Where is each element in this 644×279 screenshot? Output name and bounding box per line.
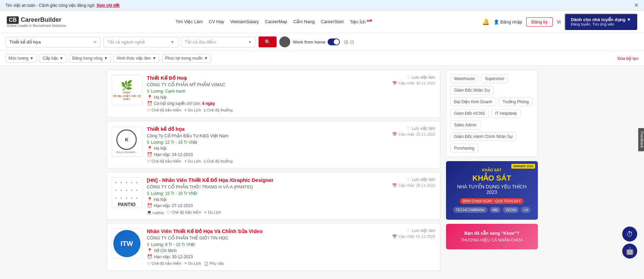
save-job-button[interactable]: ♡ Lưu việc làm [407, 126, 435, 131]
salary-icon: $ [147, 191, 149, 196]
job-meta: $ Lương: 12 Tr - 16 Tr VNĐ 📍 Hà Nội ⏰ Hạ… [147, 140, 380, 157]
sidebar-tag[interactable]: Giám Đốc Hành Chính Nhân Sự [450, 132, 516, 141]
warning-link[interactable]: Xem chi tiết [97, 3, 120, 8]
ad-cta[interactable]: BÌNH CHỌN NGAY - QUÀ TRẦN ĐẦY [460, 198, 524, 204]
calendar-icon: 📅 [392, 183, 397, 188]
sidebar-tag[interactable]: Giám Đốc HCNS [450, 109, 489, 118]
chat-icon[interactable]: 🤖 [622, 244, 637, 259]
job-title[interactable]: [HN] - Nhân Viên Thiết Kế Đồ Họa /Graphi… [147, 177, 274, 183]
job-card: ITW Nhân Viên Thiết Kế Đồ Họa Và Chỉnh S… [106, 223, 441, 271]
grid-view-icon[interactable]: ⊟ [350, 39, 354, 45]
type-chevron-icon: ▼ [152, 56, 156, 61]
clock-icon: ⏰ [147, 254, 152, 259]
job-search-input[interactable]: Thiết kế đồ họa ✕ [5, 37, 101, 47]
list-view-icon[interactable]: ⊞ [344, 39, 348, 45]
sidebar-tag[interactable]: Đại Diện Kinh Doanh [450, 97, 496, 106]
logo-area[interactable]: CB CareerBuilder Global Leader in Recrui… [7, 16, 66, 28]
job-meta: $ Lương: 15 Tr - 18 Tr VNĐ 📍 Hà Nội ⏰ Hạ… [147, 191, 380, 208]
location-icon: 📍 [147, 248, 152, 253]
job-card: KKey is Goodwill... Thiết kế đồ họa Công… [106, 121, 441, 169]
deadline-meta: ⏰ Hạn nộp: 27-12-2023 [147, 203, 380, 208]
wfh-toggle-switch[interactable] [328, 38, 340, 45]
salary-filter[interactable]: Mức lương ▼ [5, 54, 37, 63]
sidebar-tag[interactable]: Trưởng Phòng [499, 97, 532, 106]
save-job-button[interactable]: ♡ Lưu việc làm [407, 75, 435, 80]
salary-icon: $ [147, 140, 149, 145]
nav-vietnam-salary[interactable]: VietnamSalary [230, 19, 259, 24]
sidebar-tag[interactable]: Purchasing [450, 144, 478, 153]
industry-filter[interactable]: Tất cả ngành nghề ▼ [103, 37, 178, 47]
ad-subtitle: NHÀ TUYỂN DỤNG YÊU THÍCH 2023 [451, 184, 532, 195]
job-tags: 🛡Chế độ bảo hiểm✈Du Lịch$Chế độ thưởng [147, 159, 380, 164]
work-from-home-label: Work from home [293, 40, 326, 45]
deadline-text: Cơ hội ứng tuyển chỉ còn: 4 ngày [154, 101, 215, 106]
salary-value: Lương: 8 Tr - 15 Tr VNĐ [151, 242, 195, 247]
feedback-tab[interactable]: Feedback [638, 128, 644, 151]
deadline-meta: ⏰ Hạn nộp: 24-12-2023 [147, 152, 380, 157]
notification-icon[interactable]: 🔔 [482, 18, 490, 26]
nav-cam-nang[interactable]: Cẩm Nang [293, 19, 315, 24]
nav-career-start[interactable]: CareerStart [321, 19, 344, 24]
sidebar-tag[interactable]: Warehouse [450, 74, 479, 83]
search-icon: 🔍 [265, 39, 270, 45]
save-job-button[interactable]: ♡ Lưu việc làm [407, 228, 435, 233]
main-nav: Tim Việc Làm CV Hay VietnamSalary Career… [176, 19, 372, 25]
sidebar-tag[interactable]: Giám Đốc Nhân Sự [450, 86, 494, 95]
employer-button[interactable]: Dành cho nhà tuyển dụng ▼ Đăng tuyển. Tì… [565, 14, 637, 30]
location-value: Hồ Chí Minh [154, 248, 177, 253]
job-tag: 📋Phụ cấp [204, 261, 224, 266]
winner-badge: WINNER 2023 [511, 164, 535, 169]
close-icon[interactable]: ✕ [634, 2, 639, 9]
logo-cb: CB [7, 16, 19, 24]
salary-icon: $ [147, 89, 149, 94]
sidebar-tag[interactable]: Supervisor [481, 74, 508, 83]
location-chevron-icon: ▼ [248, 40, 252, 45]
type-filter-label: Hình thức việc làm [117, 56, 151, 61]
register-button[interactable]: Đăng ký [526, 17, 553, 27]
job-card: · · · · ·· · · · ·· · · · ·PANTIO [HN] -… [106, 172, 441, 220]
ad-banner-survey[interactable]: WINNER 2023 KHẢO SÁT KHẢO SÁT NHÀ TUYỂN … [446, 161, 538, 220]
job-tag: 🛡Chế độ bảo hiểm [147, 159, 181, 164]
type-filter[interactable]: Hình thức việc làm ▼ [114, 54, 159, 63]
clock-icon: ⏰ [147, 152, 152, 157]
clock-icon: ⏰ [147, 203, 152, 208]
deadline-text: Hạn nộp: 27-12-2023 [154, 203, 193, 208]
posted-filter[interactable]: Đăng trong vòng ▼ [69, 54, 111, 63]
nav-tien-ich[interactable]: Tiện Ích Mới [350, 19, 372, 25]
ad-banner-brand[interactable]: Bạn đã sẵn sàng "Khoe"? THƯƠNG HIỆU CÁ N… [446, 224, 538, 249]
save-job-button[interactable]: ♡ Lưu việc làm [407, 177, 435, 182]
company-name: CÔNG TY CỔ PHẦN THỜI TRANG H VÀ A (PANTI… [147, 184, 380, 189]
benefit-filter-label: Phúc lợi mong muốn [165, 56, 202, 61]
job-info: Nhân Viên Thiết Kế Đồ Họa Và Chỉnh Sửa V… [147, 228, 380, 266]
job-meta: $ Lương: 8 Tr - 15 Tr VNĐ 📍 Hồ Chí Minh … [147, 242, 380, 259]
nav-career-map[interactable]: CareerMap [265, 19, 287, 24]
calendar-icon: 📅 [392, 234, 397, 239]
nav-tim-viec-lam[interactable]: Tim Việc Làm [176, 19, 203, 24]
location-meta: 📍 Hà Nội [147, 95, 380, 100]
login-button[interactable]: 👤 Đăng nhập [494, 19, 522, 25]
timer-icon[interactable]: ⏱ [622, 227, 637, 242]
user-icon: 👤 [494, 19, 499, 25]
search-button[interactable]: 🔍 [259, 36, 277, 47]
sidebar-tag[interactable]: IT Helpdesk [492, 109, 521, 118]
salary-value: Lương: 12 Tr - 16 Tr VNĐ [151, 140, 197, 145]
clear-search-icon[interactable]: ✕ [93, 40, 97, 45]
location-filter[interactable]: Tất cả địa điểm ▼ [181, 37, 256, 47]
job-title[interactable]: Nhân Viên Thiết Kế Đồ Họa Và Chỉnh Sửa V… [147, 228, 263, 234]
sidebar-tag[interactable]: Sales Admin [450, 121, 481, 129]
benefit-filter[interactable]: Phúc lợi mong muốn ▼ [162, 54, 211, 63]
language-selector[interactable]: Vi [557, 19, 561, 25]
level-filter-label: Cấp bậc [43, 56, 58, 61]
job-card: 🌿VIMACVẻ đẹp, phẩm chất mỹ phẩm Thiết Kế… [106, 70, 441, 118]
update-date: 📅 Cập nhật: 25-11-2023 [392, 132, 435, 137]
job-title[interactable]: Thiết kế đồ họa [147, 126, 185, 132]
nav-cv-hay[interactable]: CV Hay [209, 19, 224, 24]
location-value: Hà Nội [154, 146, 167, 151]
salary-meta: $ Lương: 15 Tr - 18 Tr VNĐ [147, 191, 380, 196]
work-from-home-toggle[interactable]: Work from home [293, 38, 340, 45]
level-filter[interactable]: Cấp bậc ▼ [39, 54, 66, 63]
clear-filter-button[interactable]: Xóa bộ lọc [617, 56, 639, 61]
job-tag: 🛡Chế độ bảo hiểm [147, 261, 181, 266]
profile-avatar[interactable] [279, 36, 290, 47]
job-title[interactable]: Thiết Kế Đồ Hoạ [147, 75, 187, 81]
